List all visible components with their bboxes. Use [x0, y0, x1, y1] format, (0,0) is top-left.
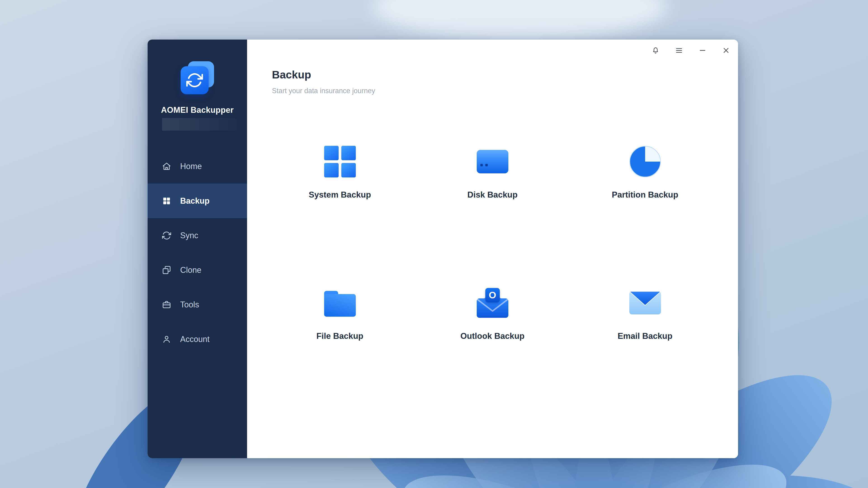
- logo-sync-icon: [181, 66, 209, 94]
- sidebar-item-tools[interactable]: Tools: [148, 287, 247, 322]
- minimize-button[interactable]: [698, 45, 708, 56]
- sync-icon: [162, 231, 172, 241]
- page-subtitle: Start your data insurance journey: [272, 87, 375, 95]
- sidebar-item-label: Clone: [180, 265, 202, 275]
- close-icon: [721, 46, 731, 56]
- sidebar-item-account[interactable]: Account: [148, 322, 247, 357]
- system-backup-icon: [324, 146, 356, 177]
- backup-icon: [162, 196, 172, 206]
- backup-option-label: Outlook Backup: [460, 331, 525, 341]
- page-header: Backup Start your data insurance journey: [272, 68, 375, 95]
- app-title: AOMEI Backupper: [148, 105, 247, 115]
- sidebar: AOMEI Backupper Home: [148, 39, 247, 458]
- sidebar-item-backup[interactable]: Backup: [148, 184, 247, 218]
- titlebar: [650, 45, 731, 56]
- sidebar-nav: Home Backup: [148, 149, 247, 357]
- partition-backup-icon: [629, 146, 661, 177]
- sidebar-item-home[interactable]: Home: [148, 149, 247, 184]
- backup-option-email[interactable]: Email Backup: [569, 287, 721, 428]
- menu-icon: [675, 46, 684, 56]
- backup-option-outlook[interactable]: O Outlook Backup: [416, 287, 569, 428]
- main-content: Backup Start your data insurance journey…: [247, 39, 738, 458]
- logo-highlight: [162, 118, 247, 131]
- clone-icon: [162, 265, 172, 275]
- sidebar-item-sync[interactable]: Sync: [148, 218, 247, 253]
- app-window: AOMEI Backupper Home: [148, 39, 738, 458]
- outlook-letter-badge: O: [485, 288, 500, 302]
- outlook-backup-icon: O: [477, 287, 508, 319]
- menu-button[interactable]: [674, 45, 684, 56]
- sidebar-item-label: Account: [180, 335, 210, 344]
- close-button[interactable]: [721, 45, 731, 56]
- disk-backup-icon: [477, 146, 508, 177]
- sidebar-item-clone[interactable]: Clone: [148, 253, 247, 287]
- notification-bell-icon: [651, 46, 660, 56]
- backup-option-disk[interactable]: Disk Backup: [416, 146, 569, 287]
- home-icon: [162, 161, 172, 171]
- sidebar-item-label: Tools: [180, 300, 199, 309]
- app-logo: [179, 61, 215, 100]
- page-title: Backup: [272, 68, 375, 81]
- backup-option-label: File Backup: [316, 331, 364, 341]
- file-backup-icon: [324, 287, 356, 319]
- notification-bell-button[interactable]: [650, 45, 661, 56]
- sidebar-item-label: Backup: [180, 196, 210, 206]
- backup-option-label: Disk Backup: [467, 190, 518, 200]
- backup-option-label: Partition Backup: [612, 190, 678, 200]
- minimize-icon: [698, 46, 707, 56]
- email-backup-icon: [629, 287, 661, 319]
- backup-options-grid: System Backup Disk Backup Partition Back…: [264, 146, 721, 428]
- backup-option-label: Email Backup: [618, 331, 673, 341]
- sidebar-item-label: Sync: [180, 231, 198, 240]
- tools-icon: [162, 300, 172, 310]
- backup-option-system[interactable]: System Backup: [264, 146, 416, 287]
- sidebar-item-label: Home: [180, 162, 202, 171]
- backup-option-label: System Backup: [309, 190, 371, 200]
- desktop: { "app": { "name": "AOMEI Backupper" }, …: [0, 0, 868, 488]
- backup-option-file[interactable]: File Backup: [264, 287, 416, 428]
- backup-option-partition[interactable]: Partition Backup: [569, 146, 721, 287]
- account-icon: [162, 334, 172, 344]
